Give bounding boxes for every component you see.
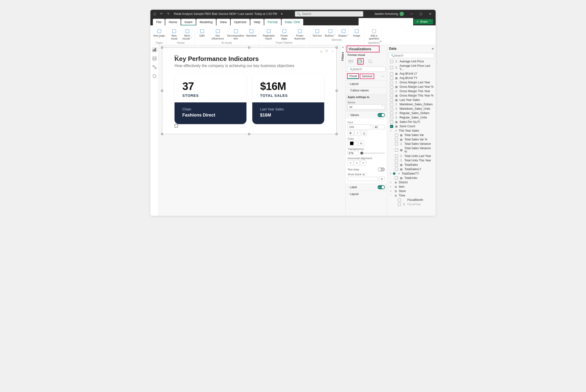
menu-data-drill[interactable]: Data / Drill — [282, 19, 303, 25]
field-item[interactable]: ΣTotal Units This Year — [390, 158, 434, 162]
field-checkbox[interactable] — [390, 98, 393, 102]
field-item[interactable]: ▦Avg $/Unit LY — [390, 72, 434, 76]
field-item[interactable]: ΣGross Margin This Year — [390, 89, 434, 93]
field-item[interactable]: ▦Gross Margin Last Year % — [390, 84, 434, 89]
more-options-icon[interactable]: ⋯ — [380, 74, 386, 78]
field-item[interactable]: ΣAverage Unit Price Last Y... — [390, 64, 434, 72]
data-search[interactable]: 🔍 — [388, 53, 434, 58]
font-size-input[interactable] — [374, 125, 385, 129]
field-item[interactable]: >⊞District — [390, 180, 434, 184]
ribbon-add-a-sparkline[interactable]: ▢Add a sparkline — [365, 26, 383, 41]
resize-handle[interactable] — [161, 133, 163, 135]
ribbon-text-box[interactable]: ▢Text box — [311, 26, 324, 38]
resize-handle[interactable] — [336, 90, 338, 92]
section-label[interactable]: ›Label On — [346, 184, 387, 191]
menu-home[interactable]: Home — [165, 19, 181, 25]
field-item[interactable]: ΣTotal Units Last Year — [390, 154, 434, 158]
ribbon-image[interactable]: ▢Image — [350, 26, 363, 38]
font-select[interactable]: DIN˅ — [348, 124, 373, 130]
color-picker[interactable]: ˅ — [348, 141, 357, 146]
field-checkbox[interactable] — [395, 134, 398, 137]
user-account[interactable]: Jaeden Armstrong — [374, 12, 404, 16]
ribbon-power-automate[interactable]: ▢Power Automate — [291, 26, 308, 41]
menu-optimize[interactable]: Optimize — [230, 19, 250, 25]
canvas[interactable]: △ ▽ ⋯ Key Performance Indicators How eff… — [159, 45, 340, 216]
minimize-button[interactable]: — — [408, 12, 415, 16]
field-item[interactable]: >⊞Store — [390, 189, 434, 193]
field-item[interactable]: ΣMarkdown_Sales_Dollars — [390, 102, 434, 106]
filters-collapsed[interactable]: « Filters — [340, 45, 346, 216]
format-visual-icon[interactable] — [357, 58, 364, 64]
field-item[interactable]: ▦Sales Per Sq Ft — [390, 120, 434, 124]
field-checkbox[interactable] — [390, 81, 393, 84]
field-checkbox[interactable] — [390, 116, 393, 119]
model-view-icon[interactable] — [152, 64, 157, 70]
menu-insert[interactable]: Insert — [181, 19, 196, 25]
field-checkbox[interactable] — [395, 168, 398, 171]
field-item[interactable]: ▦TotalUnits — [390, 176, 434, 180]
field-item[interactable]: ΣGross Margin Last Year — [390, 80, 434, 84]
align-left-button[interactable]: ≡ — [348, 160, 354, 166]
field-checkbox[interactable] — [398, 203, 401, 206]
data-search-input[interactable] — [388, 53, 434, 58]
section-values[interactable]: ˅Values On Font DIN˅ B I U Color — [346, 112, 387, 184]
analytics-icon[interactable] — [367, 58, 374, 64]
menu-file[interactable]: File — [153, 19, 165, 25]
field-checkbox[interactable] — [395, 159, 398, 162]
ribbon-paginated-report[interactable]: ▢Paginated report — [260, 26, 278, 41]
field-item[interactable]: >↗TotalSalesTY — [390, 172, 434, 176]
label-toggle[interactable]: On — [378, 185, 385, 189]
field-item[interactable]: ΣRegular_Sales_Dollars — [390, 111, 434, 115]
close-button[interactable]: ✕ — [427, 12, 434, 16]
italic-button[interactable]: I — [354, 130, 360, 136]
bold-button[interactable]: B — [348, 130, 354, 136]
redo-icon[interactable]: ↷ — [166, 12, 170, 16]
menu-help[interactable]: Help — [250, 19, 264, 25]
dax-view-icon[interactable] — [152, 74, 157, 79]
underline-button[interactable]: U — [361, 130, 367, 136]
field-item[interactable]: ✓▦Store Count — [390, 124, 434, 128]
section-layout[interactable]: ›Layout — [346, 80, 387, 87]
field-checkbox[interactable] — [395, 148, 398, 152]
global-search-input[interactable] — [302, 12, 361, 16]
resize-handle[interactable] — [161, 46, 163, 48]
align-right-button[interactable]: ≡ — [360, 160, 366, 166]
resize-handle[interactable] — [248, 133, 250, 135]
format-search[interactable]: 🔍 — [347, 66, 386, 72]
field-item[interactable]: >↗This Year Sales — [390, 128, 434, 133]
field-checkbox[interactable] — [390, 66, 393, 69]
ribbon-new-visual[interactable]: ▢New visual — [168, 26, 180, 41]
field-item[interactable]: ▦Total Sales Variance % — [390, 146, 434, 154]
field-checkbox[interactable] — [395, 142, 398, 146]
filter-icon[interactable]: ▽ — [326, 49, 328, 53]
collapse-icon[interactable]: « — [341, 46, 344, 48]
visual-selection[interactable]: △ ▽ ⋯ Key Performance Indicators How eff… — [162, 48, 337, 134]
field-item[interactable]: FiscalMonth — [390, 198, 434, 202]
menu-modeling[interactable]: Modeling — [196, 19, 216, 25]
field-checkbox[interactable] — [390, 107, 393, 110]
field-item[interactable]: ▦Gross Margin This Year % — [390, 93, 434, 98]
field-item[interactable]: ▦Last Year Sales — [390, 98, 434, 102]
build-visual-icon[interactable] — [348, 58, 354, 64]
field-item[interactable]: ΣAverage Unit Price — [390, 59, 434, 64]
field-checkbox[interactable] — [395, 176, 398, 180]
ribbon-power-apps[interactable]: ▢Power Apps — [278, 26, 290, 41]
report-view-icon[interactable] — [152, 47, 157, 52]
resize-handle[interactable] — [248, 46, 250, 48]
fx-button[interactable]: fx — [358, 141, 364, 146]
resize-handle[interactable] — [336, 133, 338, 135]
ribbon-key-influencers[interactable]: ▢Key influencers — [209, 26, 226, 41]
textwrap-toggle[interactable]: Off — [378, 168, 385, 172]
subtab-general[interactable]: General — [360, 74, 374, 79]
values-toggle[interactable]: On — [378, 113, 385, 117]
resize-handle[interactable] — [336, 46, 338, 48]
field-checkbox[interactable] — [390, 90, 393, 93]
ribbon-narrative[interactable]: ▢Narrative — [245, 26, 258, 41]
field-checkbox[interactable] — [390, 72, 393, 75]
section-layout2[interactable]: ›Layout — [346, 191, 387, 197]
ribbon-q-a[interactable]: ▢Q&A — [196, 26, 208, 41]
series-select[interactable]: All˅ — [348, 104, 385, 110]
more-icon[interactable]: ⋯ — [331, 49, 334, 53]
ribbon-more-visuals-[interactable]: ▢More visuals ˅ — [181, 26, 194, 41]
ribbon-decomposition-tree[interactable]: ▢Decomposition tree — [227, 26, 244, 41]
